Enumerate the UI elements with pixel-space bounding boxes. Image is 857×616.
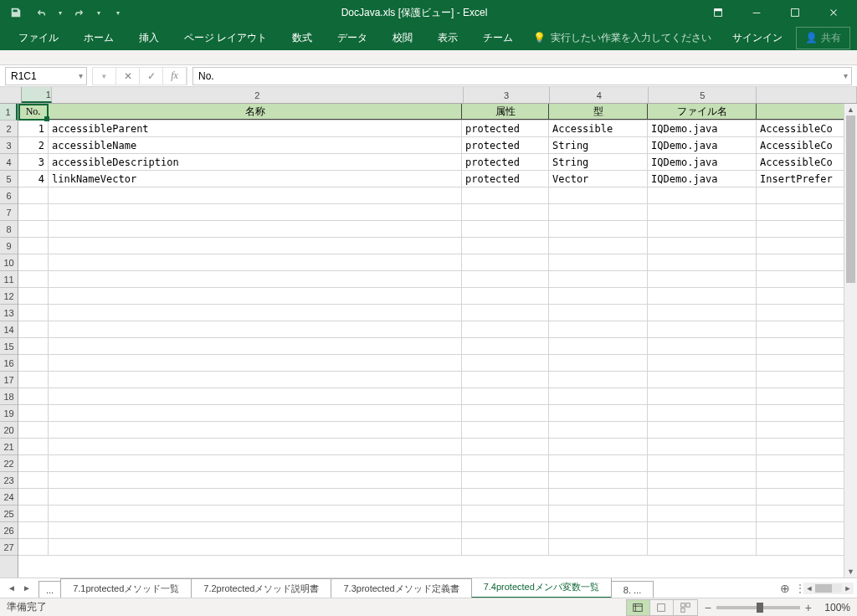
sheet-first-button[interactable]: ◄: [5, 580, 18, 597]
cell[interactable]: [18, 422, 49, 438]
cell[interactable]: [49, 372, 462, 388]
cell[interactable]: [49, 522, 462, 538]
cell[interactable]: [648, 355, 757, 371]
cell[interactable]: [549, 405, 648, 421]
cell[interactable]: 属性: [462, 104, 549, 120]
cell[interactable]: [648, 439, 757, 454]
sheet-tab-2[interactable]: 7.3protectedメソッド定義書: [331, 578, 471, 598]
cell[interactable]: [49, 271, 462, 287]
cell[interactable]: [648, 506, 757, 521]
cell[interactable]: [757, 271, 857, 287]
cell[interactable]: [49, 489, 462, 505]
tab-data[interactable]: データ: [326, 26, 379, 50]
cell[interactable]: [49, 338, 462, 354]
name-box[interactable]: R1C1: [5, 67, 87, 85]
cell[interactable]: [49, 221, 462, 237]
cell[interactable]: AccessibleCo: [757, 121, 857, 136]
cell[interactable]: [462, 539, 549, 555]
ribbon-options-button[interactable]: [700, 1, 736, 24]
scroll-right-icon[interactable]: ►: [842, 584, 854, 593]
cell[interactable]: [18, 355, 49, 371]
cell[interactable]: [549, 288, 648, 304]
cell[interactable]: [549, 204, 648, 220]
cell[interactable]: [18, 204, 49, 220]
cell[interactable]: [549, 321, 648, 337]
cell[interactable]: [648, 204, 757, 220]
row-header-17[interactable]: 17: [0, 372, 18, 388]
cell[interactable]: [549, 372, 648, 388]
cell[interactable]: [18, 455, 49, 471]
row-header-19[interactable]: 19: [0, 405, 18, 422]
tab-file[interactable]: ファイル: [7, 26, 70, 50]
scroll-left-icon[interactable]: ◄: [803, 584, 815, 593]
cell[interactable]: [549, 489, 648, 505]
cell[interactable]: accessibleName: [49, 137, 462, 153]
col-header-6[interactable]: [757, 87, 857, 103]
cell[interactable]: [757, 439, 857, 454]
scroll-down-icon[interactable]: ▼: [844, 566, 857, 578]
cell[interactable]: [49, 506, 462, 521]
cell[interactable]: [462, 204, 549, 220]
cell[interactable]: 名称: [49, 104, 462, 120]
cell[interactable]: [462, 271, 549, 287]
cell[interactable]: 型: [549, 104, 648, 120]
cell[interactable]: [462, 506, 549, 521]
row-header-20[interactable]: 20: [0, 422, 18, 439]
cell[interactable]: No.: [18, 104, 49, 120]
cell[interactable]: [648, 187, 757, 203]
cell[interactable]: 4: [18, 171, 49, 187]
cell[interactable]: [648, 338, 757, 354]
tab-home[interactable]: ホーム: [72, 26, 126, 50]
cell[interactable]: [549, 187, 648, 203]
cell[interactable]: [49, 204, 462, 220]
tab-team[interactable]: チーム: [471, 26, 525, 50]
tab-review[interactable]: 校閲: [381, 26, 424, 50]
cell[interactable]: [648, 321, 757, 337]
cell[interactable]: [462, 422, 549, 438]
cell[interactable]: [757, 388, 857, 404]
cell[interactable]: [49, 405, 462, 421]
col-header-4[interactable]: 4: [550, 87, 649, 103]
cell[interactable]: [18, 506, 49, 521]
cell[interactable]: [648, 271, 757, 287]
cell[interactable]: [757, 238, 857, 254]
row-header-15[interactable]: 15: [0, 338, 18, 355]
cell[interactable]: [757, 221, 857, 237]
row-header-23[interactable]: 23: [0, 472, 18, 489]
cell[interactable]: linkNameVector: [49, 171, 462, 187]
cell[interactable]: [18, 539, 49, 555]
cell[interactable]: [648, 372, 757, 388]
cell[interactable]: [49, 355, 462, 371]
cell[interactable]: [757, 254, 857, 270]
cell[interactable]: [648, 472, 757, 488]
cell[interactable]: String: [549, 137, 648, 153]
signin-link[interactable]: サインイン: [726, 28, 789, 49]
cell[interactable]: String: [549, 154, 648, 170]
row-header-9[interactable]: 9: [0, 238, 18, 254]
row-header-24[interactable]: 24: [0, 489, 18, 506]
cell[interactable]: [462, 321, 549, 337]
zoom-level[interactable]: 100%: [817, 602, 850, 613]
cell[interactable]: [757, 104, 857, 120]
row-header-10[interactable]: 10: [0, 254, 18, 271]
cell[interactable]: [49, 388, 462, 404]
row-header-4[interactable]: 4: [0, 154, 18, 171]
cell[interactable]: [648, 305, 757, 321]
tell-me-search[interactable]: 💡 実行したい作業を入力してください: [526, 28, 718, 49]
sheet-tab-4[interactable]: 8. ...: [611, 581, 654, 598]
row-header-22[interactable]: 22: [0, 455, 18, 472]
tab-split-handle[interactable]: ⋮: [795, 583, 800, 594]
row-header-3[interactable]: 3: [0, 137, 18, 154]
cell[interactable]: [549, 522, 648, 538]
pagelayout-view-button[interactable]: [650, 600, 674, 615]
cell[interactable]: [648, 221, 757, 237]
sheet-tab-3[interactable]: 7.4protectedメンバ変数一覧: [471, 578, 612, 598]
cell[interactable]: [757, 472, 857, 488]
cell[interactable]: [757, 372, 857, 388]
cell[interactable]: [757, 187, 857, 203]
zoom-slider[interactable]: [716, 606, 800, 609]
cell[interactable]: [49, 439, 462, 454]
cell[interactable]: [462, 372, 549, 388]
cell[interactable]: [757, 405, 857, 421]
cell[interactable]: [49, 422, 462, 438]
